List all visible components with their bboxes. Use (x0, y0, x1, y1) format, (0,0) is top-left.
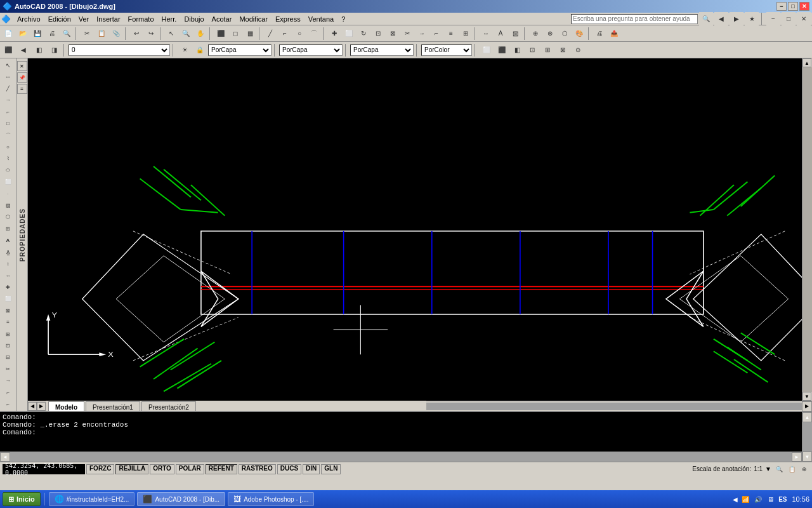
polar-button[interactable]: POLAR (176, 464, 204, 474)
menu-edicion[interactable]: Edición (44, 14, 75, 24)
taskbar-photoshop[interactable]: 🖼 Adobe Photoshop - [.... (228, 492, 314, 506)
tb-array[interactable]: ⊞ (459, 27, 473, 41)
inner-max-button[interactable]: □ (782, 12, 796, 26)
lt-move[interactable]: ✚ (1, 282, 15, 293)
rastreo-button[interactable]: RASTREO (239, 464, 276, 474)
porcolor-dropdown[interactable]: PorColor (421, 44, 472, 56)
tb-copy[interactable]: 📋 (95, 27, 108, 41)
gln-button[interactable]: GLN (321, 464, 341, 474)
tb2-render1[interactable]: ⊡ (525, 43, 539, 57)
refent-button[interactable]: REFENT (206, 464, 237, 474)
tb2-shade1[interactable]: ⬜ (480, 43, 494, 57)
tb2-lock-icon[interactable]: 🔒 (193, 43, 207, 57)
tb2-freeze-icon[interactable]: ☀ (178, 43, 192, 57)
lt-chamfer[interactable]: ⌐ (1, 399, 15, 410)
tb-extend[interactable]: → (415, 27, 429, 41)
tb-hatch[interactable]: ▨ (508, 27, 522, 41)
tb2-layer-tool2[interactable]: ◨ (47, 43, 61, 57)
tb-scale[interactable]: ⊡ (371, 27, 385, 41)
hscroll-track[interactable] (426, 403, 802, 410)
props-pin-icon[interactable]: 📌 (17, 72, 27, 83)
tb-plot[interactable]: 🖨 (593, 27, 606, 41)
lt-pick[interactable]: ↖ (1, 60, 15, 70)
taskbar-autocad[interactable]: ⬛ AutoCAD 2008 - [Dib... (137, 492, 225, 506)
lt-table[interactable]: ⊞ (1, 224, 15, 234)
tb-arc[interactable]: ⌒ (307, 27, 321, 41)
tb-dim[interactable]: ↔ (479, 27, 493, 41)
canvas-area[interactable]: Y X (28, 58, 802, 401)
tb-render[interactable]: 🎨 (572, 27, 586, 41)
tb-preview[interactable]: 🔍 (60, 27, 74, 41)
lt-dim-horiz[interactable]: ↔ (1, 270, 15, 281)
status-icon3[interactable]: ⊕ (799, 464, 809, 474)
tb2-shade2[interactable]: ⬛ (495, 43, 509, 57)
menu-ventana[interactable]: Ventana (304, 14, 337, 24)
lt-text[interactable]: A (1, 235, 15, 246)
props-menu-icon[interactable]: ≡ (17, 84, 27, 94)
tb-rotate[interactable]: ↻ (357, 27, 370, 41)
tb-line[interactable]: ╱ (263, 27, 277, 41)
tb-cut[interactable]: ✂ (80, 27, 94, 41)
tb-open[interactable]: 📂 (16, 27, 30, 41)
tb-trim[interactable]: ✂ (400, 27, 414, 41)
lt-mtext[interactable]: A̲ (1, 247, 15, 258)
menu-archivo[interactable]: Archivo (13, 14, 44, 24)
tb2-layer-manager[interactable]: ⬛ (1, 43, 15, 57)
menu-insertar[interactable]: Insertar (93, 14, 124, 24)
din-button[interactable]: DIN (303, 464, 320, 474)
help-input[interactable] (571, 14, 698, 24)
help-star-icon[interactable]: ★ (745, 12, 759, 26)
tb-copy2[interactable]: ⬜ (342, 27, 356, 41)
cmd-hscroll-left[interactable]: ◀ (0, 452, 10, 462)
lt-mirror[interactable]: ⊠ (1, 305, 15, 316)
tb-publish[interactable]: 📤 (607, 27, 621, 41)
lt-pick2[interactable]: ↔ (1, 71, 15, 82)
status-icon2[interactable]: 📋 (787, 464, 797, 474)
tb2-shade3[interactable]: ◧ (510, 43, 524, 57)
lt-xline[interactable]: → (1, 95, 15, 105)
menu-herr[interactable]: Herr. (158, 14, 181, 24)
tb-redo[interactable]: ↪ (144, 27, 158, 41)
rejilla-button[interactable]: REJILLA (115, 464, 148, 474)
porcapa3-dropdown[interactable]: PorCapa (350, 44, 414, 56)
hscroll-left-button[interactable]: ◀ (28, 402, 37, 411)
menu-express[interactable]: Express (272, 14, 304, 24)
menu-modificar[interactable]: Modificar (235, 14, 272, 24)
menu-acotar[interactable]: Acotar (208, 14, 236, 24)
tb-offset[interactable]: ≡ (444, 27, 458, 41)
lt-offset[interactable]: ≡ (1, 317, 15, 328)
tb-undo[interactable]: ↩ (129, 27, 143, 41)
tb-ortho[interactable]: ⊗ (543, 27, 557, 41)
lt-spline[interactable]: ⌇ (1, 153, 15, 164)
tb-print[interactable]: 🖨 (45, 27, 59, 41)
lt-extend[interactable]: → (1, 375, 15, 386)
tb-polyline[interactable]: ⌐ (278, 27, 292, 41)
cmd-scroll-track[interactable] (802, 422, 812, 451)
lt-scale[interactable]: ⊡ (1, 340, 15, 351)
start-button[interactable]: ⊞ Inicio (3, 492, 41, 506)
tb-props[interactable]: ◻ (228, 27, 242, 41)
help-next-icon[interactable]: ▶ (730, 12, 743, 26)
inner-close-button[interactable]: ✕ (797, 12, 811, 26)
lt-ellipse[interactable]: ⬭ (1, 165, 15, 176)
menu-dibujo[interactable]: Dibujo (180, 14, 207, 24)
tb-match[interactable]: ▦ (243, 27, 257, 41)
tb-zoom[interactable]: 🔍 (179, 27, 193, 41)
maximize-button[interactable]: □ (788, 2, 798, 11)
lt-insert[interactable]: ⬜ (1, 177, 15, 187)
props-close-icon[interactable]: ✕ (17, 61, 27, 71)
minimize-button[interactable]: − (776, 2, 787, 11)
vscroll-down-button[interactable]: ▼ (802, 392, 811, 401)
porcapa2-dropdown[interactable]: PorCapa (279, 44, 343, 56)
taskbar-ie[interactable]: 🌐 #instructableId=EH2... (49, 492, 135, 506)
tb2-layer-tool1[interactable]: ◧ (32, 43, 46, 57)
forzc-button[interactable]: FORZC (86, 464, 114, 474)
lt-line[interactable]: ╱ (1, 83, 15, 94)
lt-fillet[interactable]: ⌐ (1, 387, 15, 398)
tb-paste[interactable]: 📎 (109, 27, 123, 41)
tb2-more[interactable]: ⊙ (571, 43, 585, 57)
vscroll-track[interactable] (802, 67, 812, 392)
lt-stretch[interactable]: ⊟ (1, 352, 15, 363)
close-button[interactable]: ✕ (799, 2, 809, 11)
lt-region[interactable]: ⬡ (1, 211, 15, 222)
